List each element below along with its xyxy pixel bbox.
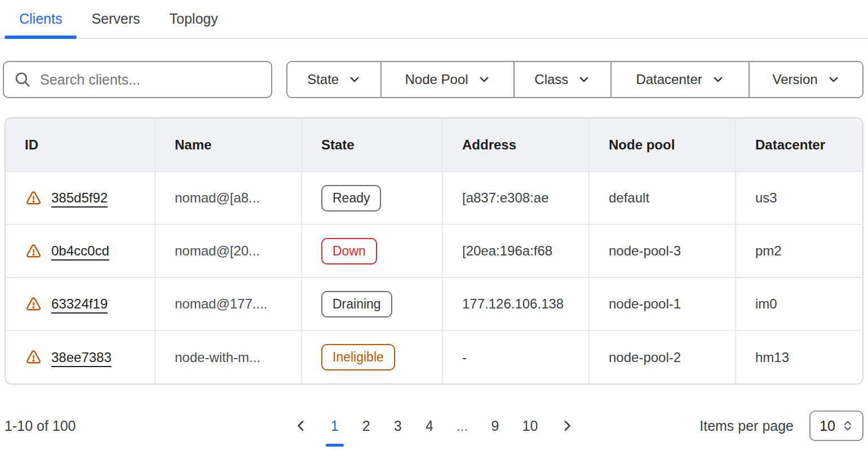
chevron-down-icon bbox=[578, 73, 590, 86]
pagination-pages: 1 2 3 4 ... 9 10 bbox=[289, 414, 580, 438]
tab-servers-label: Servers bbox=[91, 11, 140, 27]
address-cell: [20ea:196a:f68 bbox=[442, 224, 589, 277]
id-cell: 38ee7383 bbox=[6, 330, 155, 383]
clients-table: ID Name State Address Node pool Datacent… bbox=[5, 117, 863, 385]
search-icon bbox=[13, 70, 32, 89]
tab-servers[interactable]: Servers bbox=[77, 0, 154, 38]
table-row: 63324f19 nomad@177.... Draining 177.126.… bbox=[6, 277, 862, 330]
page-button-1[interactable]: 1 bbox=[325, 414, 345, 438]
warning-triangle-icon bbox=[25, 349, 42, 365]
pagination-next-button[interactable] bbox=[555, 416, 579, 436]
pagination-prev-button[interactable] bbox=[289, 416, 313, 436]
tab-bar: Clients Servers Toplogy bbox=[0, 0, 868, 39]
pagination-summary: 1-10 of 100 bbox=[5, 418, 289, 434]
column-header-name: Name bbox=[155, 118, 302, 171]
node-pool-cell: node-pool-3 bbox=[589, 224, 736, 277]
page-button-4[interactable]: 4 bbox=[419, 414, 440, 438]
node-pool-cell: default bbox=[589, 171, 736, 224]
filter-datacenter[interactable]: Datacenter bbox=[610, 62, 749, 97]
pagination-bar: 1-10 of 100 1 2 3 4 ... 9 10 Items per p… bbox=[5, 409, 863, 442]
name-cell: nomad@[a8... bbox=[155, 171, 302, 224]
state-cell: Ineligible bbox=[302, 330, 442, 383]
state-badge: Ineligible bbox=[321, 344, 395, 370]
table-row: 385d5f92 nomad@[a8... Ready [a837:e308:a… bbox=[6, 171, 862, 224]
page-button-3[interactable]: 3 bbox=[388, 414, 408, 438]
datacenter-cell: hm13 bbox=[736, 330, 862, 383]
state-cell: Draining bbox=[302, 277, 442, 330]
datacenter-cell: pm2 bbox=[736, 224, 862, 277]
filter-class[interactable]: Class bbox=[513, 62, 610, 97]
table-header-row: ID Name State Address Node pool Datacent… bbox=[6, 118, 862, 171]
name-cell: nomad@[20... bbox=[155, 224, 302, 277]
filter-datacenter-label: Datacenter bbox=[636, 72, 702, 87]
filter-class-label: Class bbox=[534, 72, 568, 87]
tab-toplogy-label: Toplogy bbox=[170, 11, 218, 27]
state-cell: Ready bbox=[302, 171, 442, 224]
items-per-page: Items per page 10 bbox=[579, 411, 863, 441]
chevron-down-icon bbox=[478, 73, 490, 86]
column-header-address: Address bbox=[442, 118, 589, 171]
address-cell: - bbox=[442, 330, 589, 383]
node-pool-cell: node-pool-2 bbox=[589, 330, 736, 383]
client-id-link[interactable]: 38ee7383 bbox=[51, 350, 112, 365]
column-header-state: State bbox=[302, 118, 442, 171]
name-cell: node-with-m... bbox=[155, 330, 302, 383]
state-cell: Down bbox=[302, 224, 442, 277]
state-badge: Ready bbox=[321, 185, 381, 211]
client-id-link[interactable]: 63324f19 bbox=[51, 296, 108, 312]
filter-state[interactable]: State bbox=[287, 62, 380, 97]
address-cell: [a837:e308:ae bbox=[442, 171, 589, 224]
filter-group: State Node Pool Class Datacenter Version bbox=[286, 61, 863, 98]
name-cell: nomad@177.... bbox=[155, 277, 302, 330]
filter-version-label: Version bbox=[773, 72, 818, 87]
search-input[interactable] bbox=[40, 72, 262, 88]
toolbar: State Node Pool Class Datacenter Version bbox=[3, 61, 863, 98]
tab-clients[interactable]: Clients bbox=[5, 0, 77, 38]
address-cell: 177.126.106.138 bbox=[442, 277, 589, 330]
column-header-id: ID bbox=[6, 118, 155, 171]
items-per-page-select[interactable]: 10 bbox=[809, 411, 863, 441]
datacenter-cell: im0 bbox=[736, 277, 862, 330]
column-header-datacenter: Datacenter bbox=[736, 118, 862, 171]
id-cell: 0b4cc0cd bbox=[6, 224, 155, 277]
chevron-down-icon bbox=[712, 73, 724, 86]
warning-triangle-icon bbox=[25, 190, 42, 206]
tab-clients-label: Clients bbox=[19, 11, 62, 27]
state-badge: Down bbox=[321, 238, 377, 264]
datacenter-cell: us3 bbox=[736, 171, 862, 224]
filter-state-label: State bbox=[307, 72, 339, 87]
table-row: 38ee7383 node-with-m... Ineligible - nod… bbox=[6, 330, 862, 383]
search-box bbox=[3, 61, 272, 98]
chevron-down-icon bbox=[827, 73, 840, 86]
stepper-updown-icon bbox=[842, 419, 853, 433]
id-cell: 385d5f92 bbox=[6, 171, 155, 224]
column-header-node-pool: Node pool bbox=[589, 118, 736, 171]
page-button-10[interactable]: 10 bbox=[517, 414, 544, 438]
items-per-page-value: 10 bbox=[820, 418, 835, 434]
state-badge: Draining bbox=[321, 291, 392, 317]
client-id-link[interactable]: 0b4cc0cd bbox=[51, 243, 109, 259]
id-cell: 63324f19 bbox=[6, 277, 155, 330]
filter-node-pool[interactable]: Node Pool bbox=[380, 62, 513, 97]
filter-node-pool-label: Node Pool bbox=[405, 72, 468, 87]
chevron-left-icon bbox=[294, 419, 308, 433]
filter-version[interactable]: Version bbox=[749, 62, 862, 97]
chevron-down-icon bbox=[348, 73, 361, 86]
page-button-2[interactable]: 2 bbox=[356, 414, 377, 438]
node-pool-cell: node-pool-1 bbox=[589, 277, 736, 330]
page-button-9[interactable]: 9 bbox=[485, 414, 506, 438]
tab-toplogy[interactable]: Toplogy bbox=[155, 0, 233, 38]
pagination-ellipsis: ... bbox=[451, 414, 474, 438]
table-row: 0b4cc0cd nomad@[20... Down [20ea:196a:f6… bbox=[6, 224, 862, 277]
client-id-link[interactable]: 385d5f92 bbox=[51, 190, 108, 206]
warning-triangle-icon bbox=[25, 243, 42, 259]
warning-triangle-icon bbox=[25, 296, 42, 312]
items-per-page-label: Items per page bbox=[699, 418, 794, 434]
chevron-right-icon bbox=[560, 419, 574, 433]
